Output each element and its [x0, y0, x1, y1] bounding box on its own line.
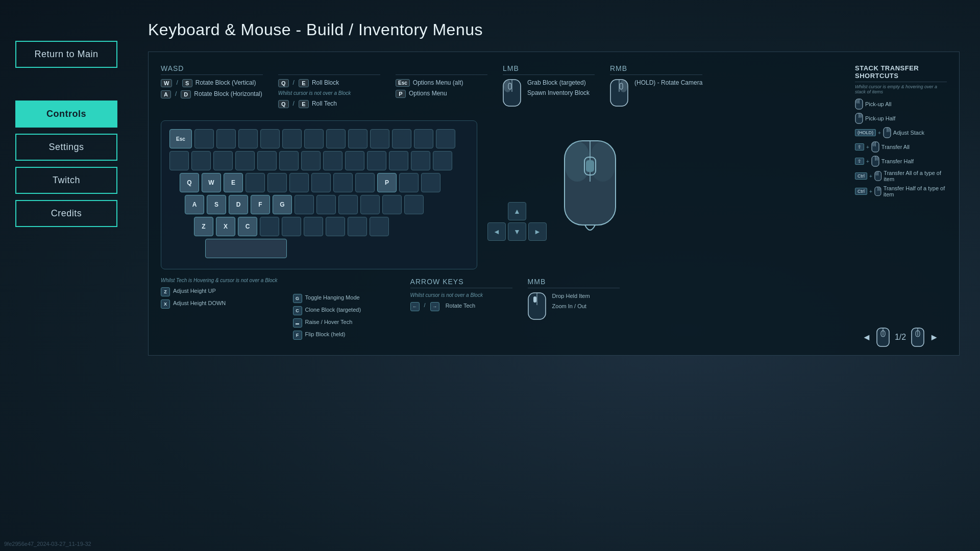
c-legend: C Clone Block (targeted) [293, 306, 395, 315]
q-key-tech: Q [278, 100, 289, 108]
keyboard-row-zxcv: Z X C [169, 217, 469, 236]
arrow-r-key: → [430, 302, 439, 311]
0-key [389, 151, 408, 170]
sidebar-item-twitch[interactable]: Twitch [15, 167, 117, 194]
esc-key: Esc [396, 79, 410, 87]
g-key-visual: G [273, 195, 292, 214]
wasd-binding-1: W / S Rotate Block (Vertical) [161, 79, 263, 87]
lmb-binding-2: Spawn Inventory Block [527, 89, 590, 96]
k-key [338, 195, 358, 214]
stack-shortcuts-panel: STACK TRANSFER SHORTCUTS Whilst cursor i… [855, 64, 947, 201]
4-key [257, 151, 277, 170]
raise-legend-key: ▬ [293, 318, 302, 328]
qe-binding-2: Q / E Roll Tech [278, 100, 380, 108]
return-to-main-button[interactable]: Return to Main [15, 41, 117, 68]
arrow-lr-legend: ← / → Rotate Tech [410, 302, 512, 311]
comma-key [348, 217, 367, 236]
watermark: 9fe2956e47_2024-03-27_11-19-32 [4, 541, 91, 547]
arrow-keys-title: ARROW KEYS [410, 278, 512, 288]
adjust-stack-text: Adjust Stack [893, 130, 924, 136]
w-key-visual: W [202, 173, 221, 192]
tilde-key [169, 151, 189, 170]
svg-rect-11 [591, 141, 615, 182]
r-key [246, 173, 265, 192]
sidebar-item-controls[interactable]: Controls [15, 101, 117, 128]
j-key [316, 195, 336, 214]
sidebar: Return to Main Controls Settings Twitch … [0, 0, 133, 551]
z-key-visual: Z [194, 217, 213, 236]
l-key [360, 195, 380, 214]
mmb-binding-1: Drop Held Item [552, 292, 590, 299]
pickup-all-text: Pick-up All [865, 101, 891, 107]
controls-panel: WASD W / S Rotate Block (Vertical) A / D… [148, 52, 960, 356]
8-key [345, 151, 364, 170]
transfer-half-type-mouse [874, 186, 881, 197]
pagination: ◄ 1/2 ► [862, 328, 939, 347]
page-title: Keyboard & Mouse - Build / Inventory Men… [148, 20, 960, 39]
e-key-tech: E [299, 100, 309, 108]
3-key [235, 151, 255, 170]
f10-key [392, 129, 411, 148]
p-key: P [396, 90, 406, 98]
p-key-visual: P [377, 173, 397, 192]
esc-binding: Esc Options Menu (alt) [396, 79, 487, 87]
transfer-all-mouse [871, 141, 879, 153]
f4-key [260, 129, 280, 148]
f-legend-key: F [293, 331, 302, 340]
w-key: W [161, 79, 172, 87]
transfer-half-mouse [871, 156, 879, 167]
mmb-mouse-icon [528, 292, 546, 320]
b-key [282, 217, 301, 236]
svg-rect-16 [533, 296, 536, 303]
x-key-visual: X [216, 217, 235, 236]
g-legend-key: G [293, 294, 302, 303]
prev-page-arrow[interactable]: ◄ [862, 332, 871, 343]
tech-hover-note: Whilst Tech is Hovering & cursor is not … [161, 278, 278, 283]
pickup-half-item: Pick-up Half [855, 113, 947, 124]
shift-key-1: ⇧ [855, 143, 864, 151]
arrow-up-key: ▲ [508, 202, 526, 220]
next-page-arrow[interactable]: ► [929, 332, 939, 343]
svg-rect-6 [620, 80, 627, 92]
transfer-half-type-text: Transfer Half of a type of item [884, 185, 947, 197]
raise-legend: ▬ Raise / Hover Tech [293, 318, 395, 328]
f2-key [216, 129, 236, 148]
svg-rect-31 [876, 157, 878, 161]
f5-key [282, 129, 302, 148]
svg-rect-19 [856, 99, 859, 104]
e-key-roll: E [299, 79, 309, 87]
big-mouse-visual [557, 136, 623, 238]
svg-rect-37 [878, 187, 880, 191]
arrow-left-key: ◄ [487, 222, 506, 241]
svg-rect-22 [860, 114, 862, 118]
a-key: A [161, 90, 171, 98]
x-legend: X Adjust Height DOWN [161, 299, 278, 309]
sidebar-item-credits[interactable]: Credits [15, 200, 117, 227]
u-key [311, 173, 331, 192]
minus-key [411, 151, 430, 170]
keyboard-row-numbers [169, 151, 469, 170]
6-key [301, 151, 321, 170]
lbracket-key [399, 173, 419, 192]
arrow-l-key: ← [410, 302, 420, 311]
t-key [267, 173, 287, 192]
z-legend-text: Adjust Height UP [173, 287, 216, 294]
sidebar-item-settings[interactable]: Settings [15, 134, 117, 161]
z-legend-key: Z [161, 287, 170, 296]
esc-key-visual: Esc [169, 129, 192, 148]
mmb-section: MMB Drop Held Item Zoom In / [528, 278, 620, 320]
f-key-visual: F [251, 195, 270, 214]
bottom-mid-section: G Toggle Hanging Mode C Clone Block (tar… [293, 278, 395, 343]
f8-key [348, 129, 368, 148]
adjust-stack-item: (HOLD) + Adjust Stack [855, 127, 947, 138]
transfer-all-type-mouse [874, 170, 881, 182]
pagination-mouse-icon [876, 328, 890, 347]
content-area: Keyboard & Mouse - Build / Inventory Men… [133, 0, 980, 551]
transfer-all-type-text: Transfer All of a type of item [884, 170, 947, 182]
f-legend: F Flip Block (held) [293, 331, 395, 340]
lmb-mouse-icon [503, 79, 521, 107]
9-key [367, 151, 386, 170]
ctrl-key-2: Ctrl [855, 188, 867, 195]
transfer-all-item: ⇧ + Transfer All [855, 141, 947, 153]
s-key: S [182, 79, 192, 87]
